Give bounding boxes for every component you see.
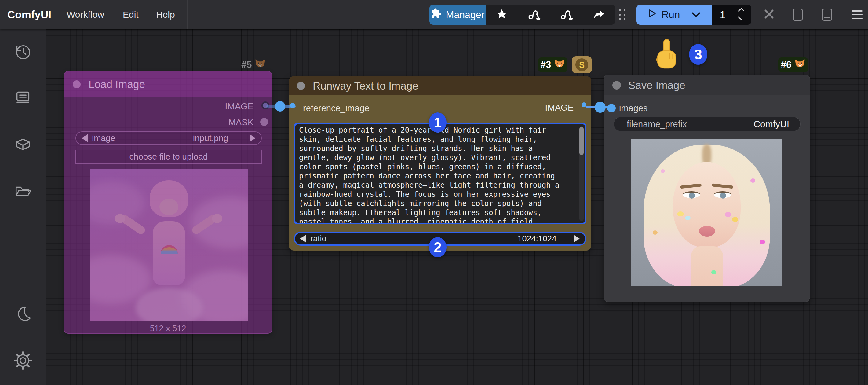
prompt-textarea[interactable]: Close-up portrait of a 20-year-old Nordi… [294, 123, 586, 224]
moon-icon [14, 305, 32, 325]
app-logo: ComfyUI [7, 0, 51, 29]
vacuum-cleaner-icon [528, 8, 540, 21]
image-size-label: 512 x 512 [64, 324, 272, 333]
node-id-badge: #5 [241, 59, 266, 71]
hamburger-menu-icon [851, 10, 863, 19]
chevron-down-icon[interactable] [691, 9, 701, 21]
run-label: Run [661, 9, 680, 21]
node-save-image[interactable]: Save Image images filename_prefix ComfyU… [603, 75, 810, 302]
history-icon [13, 42, 32, 63]
menu-help[interactable]: Help [156, 0, 175, 29]
bottom-panel-toggle[interactable] [821, 8, 833, 21]
node-load-image[interactable]: Load Image IMAGE MASK image input.png ch… [64, 71, 273, 334]
step-3-marker: 3 [689, 44, 707, 65]
dollar-coin-icon: $ [576, 58, 588, 71]
step-2-marker: 2 [429, 237, 446, 257]
output-label-image: IMAGE [225, 101, 253, 112]
sidebar-button-queue[interactable] [11, 86, 35, 111]
prev-value-arrow-icon[interactable] [300, 235, 306, 243]
close-workflow-button[interactable] [763, 8, 775, 21]
widget-value: ComfyUI [753, 119, 789, 129]
node-header[interactable]: Load Image [64, 71, 272, 97]
menu-workflow[interactable]: Workflow [67, 0, 104, 29]
node-header[interactable]: Save Image [604, 75, 810, 95]
menu-edit[interactable]: Edit [123, 0, 139, 29]
input-port-reference-image[interactable] [290, 103, 295, 108]
output-label-image: IMAGE [545, 103, 574, 113]
main-menu-button[interactable] [851, 8, 863, 21]
window-icon [793, 8, 803, 21]
chevron-up-icon[interactable] [737, 8, 745, 13]
output-port-mask[interactable] [260, 118, 268, 126]
next-value-arrow-icon[interactable] [250, 134, 256, 142]
star-icon [496, 8, 507, 21]
output-label-mask: MASK [228, 117, 253, 127]
portrait-neck [691, 246, 723, 286]
node-title: Runway Text to Image [313, 80, 418, 92]
next-value-arrow-icon[interactable] [574, 235, 580, 243]
collapse-dot-icon[interactable] [612, 81, 621, 90]
cube-icon [13, 136, 32, 155]
filename-prefix-widget[interactable]: filename_prefix ComfyUI [614, 117, 801, 131]
prompt-text: Close-up portrait of a 20-year-old Nordi… [299, 126, 577, 224]
bottom-panel-icon [822, 8, 832, 21]
paid-api-badge: $ [572, 56, 592, 73]
clean-workflow-button[interactable] [518, 5, 550, 25]
widget-value: input.png [193, 133, 228, 143]
node-id-badge: #6 [778, 57, 808, 72]
link-midpoint-dot[interactable] [275, 101, 285, 112]
portrait-lips [699, 226, 715, 237]
widget-name: ratio [310, 234, 327, 243]
choose-file-button[interactable]: choose file to upload [75, 150, 262, 164]
sidebar-button-settings[interactable] [11, 349, 35, 374]
link-midpoint-dot[interactable] [595, 102, 606, 113]
share-button[interactable] [583, 5, 615, 25]
node-runway-text-to-image[interactable]: Runway Text to Image reference_image IMA… [289, 77, 591, 250]
node-id-text: #6 [781, 59, 791, 70]
widget-value: 1024:1024 [517, 234, 556, 243]
focus-mode-button[interactable] [792, 8, 804, 21]
chevron-down-icon[interactable] [737, 16, 745, 22]
favorites-button[interactable] [486, 5, 518, 25]
clean-all-button[interactable] [550, 5, 583, 25]
sidebar-button-theme-toggle[interactable] [11, 302, 35, 327]
open-folder-icon [13, 182, 32, 203]
input-port-images[interactable] [607, 104, 616, 113]
close-icon [764, 9, 774, 21]
settings-gear-icon [14, 351, 32, 371]
node-header[interactable]: Runway Text to Image [289, 77, 591, 95]
output-port-image[interactable] [582, 102, 586, 107]
collapse-dot-icon[interactable] [73, 80, 81, 88]
manager-toolbar: Manager [429, 5, 615, 25]
play-icon [648, 8, 657, 21]
image-combo-widget[interactable]: image input.png [75, 131, 262, 145]
fox-icon [795, 59, 805, 71]
load-image-preview [90, 169, 248, 321]
node-id-badge: #3 [538, 57, 567, 72]
input-label-reference-image: reference_image [303, 103, 370, 113]
node-id-text: #3 [540, 59, 551, 70]
puzzle-icon [431, 8, 442, 21]
vacuum-cleaner-icon [560, 8, 573, 21]
fox-icon [255, 59, 266, 71]
batch-count-stepper[interactable]: 1 [712, 5, 751, 25]
sidebar-button-node-library[interactable] [11, 133, 35, 158]
share-arrow-icon [593, 8, 605, 21]
sidebar-button-history[interactable] [11, 40, 35, 65]
fox-icon [554, 59, 565, 71]
comfyui-app: ComfyUI Workflow Edit Help Manager [0, 0, 868, 385]
collapse-dot-icon[interactable] [297, 82, 305, 90]
scrollbar-thumb[interactable] [579, 127, 584, 155]
input-label-images: images [619, 103, 648, 113]
prev-value-arrow-icon[interactable] [82, 134, 88, 142]
manager-button[interactable]: Manager [429, 5, 486, 25]
node-title: Save Image [628, 79, 685, 91]
toolbar-drag-handle[interactable] [619, 9, 627, 21]
node-id-text: #5 [241, 59, 252, 70]
left-sidebar [0, 29, 46, 385]
batch-count-value: 1 [720, 9, 726, 21]
sidebar-button-workflows[interactable] [11, 180, 35, 205]
menubar-divider [187, 0, 188, 29]
saved-image-preview [631, 139, 782, 286]
run-button[interactable]: Run [637, 5, 712, 25]
